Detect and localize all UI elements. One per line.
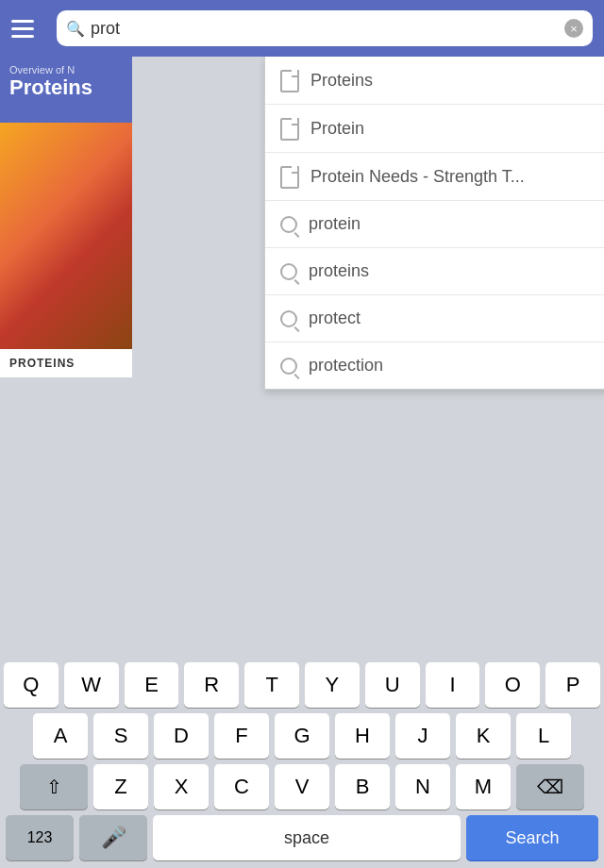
clear-button[interactable]: × [564,19,583,38]
suggestion-text: protein [309,214,361,234]
suggestion-text: Protein Needs - Strength T... [310,167,525,187]
key-b[interactable]: B [335,764,390,810]
backspace-icon: ⌫ [537,776,563,798]
suggestion-protein-needs-doc[interactable]: Protein Needs - Strength T... [265,153,604,201]
key-c[interactable]: C [214,764,269,810]
keyboard: Q W E R T Y U I O P A S D F G H J K L ⇧ … [0,655,604,868]
background-content: Overview of N Proteins PROTEINS [0,57,132,472]
suggestion-text: protect [309,309,361,328]
doc-icon [280,118,299,139]
suggestion-text: proteins [309,261,369,281]
key-f[interactable]: F [214,713,269,759]
key-h[interactable]: H [335,713,390,759]
key-m[interactable]: M [456,764,511,810]
key-i[interactable]: I [426,662,480,708]
key-z[interactable]: Z [93,764,148,810]
keyboard-row-3: ⇧ Z X C V B N M ⌫ [4,764,600,810]
proteins-title: Proteins [9,75,123,100]
suggestion-protect-search[interactable]: protect [265,295,604,342]
keyboard-bottom-row: 123 🎤 space Search [4,815,600,860]
key-t[interactable]: T [244,662,299,708]
key-s[interactable]: S [93,713,148,759]
key-w[interactable]: W [64,662,119,708]
key-p[interactable]: P [545,662,600,708]
key-o[interactable]: O [485,662,540,708]
key-q[interactable]: Q [4,662,59,708]
content-image [0,123,132,349]
shift-key[interactable]: ⇧ [20,764,88,810]
search-icon: 🔍 [66,20,85,38]
doc-icon [280,166,299,187]
key-e[interactable]: E [125,662,179,708]
key-d[interactable]: D [154,713,209,759]
suggestion-protection-search[interactable]: protection [265,342,604,389]
key-l[interactable]: L [516,713,571,759]
space-key[interactable]: space [153,815,461,860]
mic-key[interactable]: 🎤 [79,815,147,860]
key-g[interactable]: G [275,713,329,759]
doc-icon [280,70,299,91]
search-button[interactable]: Search [466,815,598,860]
search-input[interactable]: prot [91,19,559,39]
suggestion-text: Proteins [310,71,373,91]
suggestion-proteins-doc[interactable]: Proteins [265,57,604,105]
key-j[interactable]: J [395,713,450,759]
suggestion-text: Protein [310,119,364,139]
search-suggest-icon [280,310,297,327]
key-a[interactable]: A [33,713,88,759]
key-r[interactable]: R [184,662,239,708]
search-suggest-icon [280,216,297,233]
shift-icon: ⇧ [46,776,62,798]
key-u[interactable]: U [365,662,420,708]
hamburger-menu-button[interactable] [11,11,45,45]
key-v[interactable]: V [275,764,329,810]
proteins-section-label: PROTEINS [0,349,132,377]
content-header: Overview of N Proteins [0,57,132,123]
suggestion-protein-search[interactable]: protein [265,201,604,248]
search-bar[interactable]: 🔍 prot × [57,10,593,46]
header-bar: 🔍 prot × [0,0,604,57]
backspace-key[interactable]: ⌫ [516,764,584,810]
keyboard-row-1: Q W E R T Y U I O P [4,662,600,708]
suggestion-proteins-search[interactable]: proteins [265,248,604,295]
search-suggest-icon [280,358,297,375]
search-suggest-icon [280,263,297,280]
key-y[interactable]: Y [305,662,360,708]
keyboard-row-2: A S D F G H J K L [4,713,600,759]
mic-icon: 🎤 [101,826,126,850]
suggestions-dropdown: Proteins Protein Protein Needs - Strengt… [264,57,604,390]
suggestion-text: protection [309,356,383,376]
key-x[interactable]: X [154,764,209,810]
key-n[interactable]: N [395,764,450,810]
key-k[interactable]: K [456,713,511,759]
overview-label: Overview of N [9,64,123,75]
num-key[interactable]: 123 [6,815,74,860]
suggestion-protein-doc[interactable]: Protein [265,105,604,153]
